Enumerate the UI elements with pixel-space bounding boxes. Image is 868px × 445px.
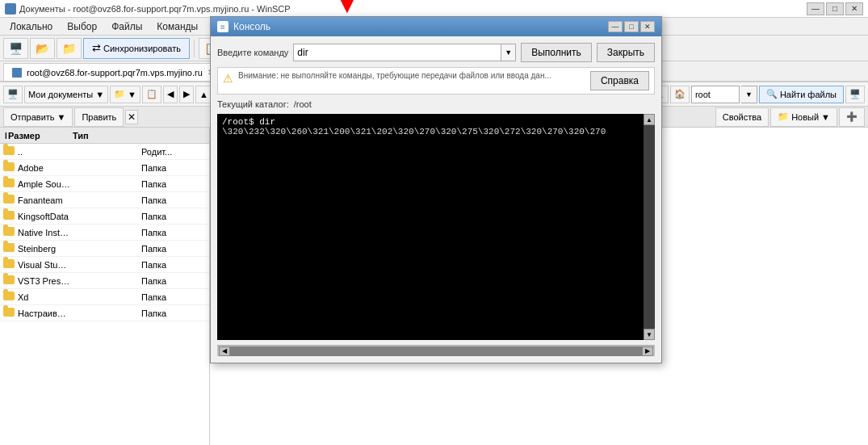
command-input-wrap: ▼ (293, 44, 516, 61)
send-label: Отправить (10, 112, 55, 122)
folder-icon (3, 211, 15, 222)
table-row[interactable]: Visual Studio 2017 Папка (0, 257, 209, 273)
menu-files[interactable]: Файлы (105, 19, 149, 34)
table-row[interactable]: Native Instruments Папка (0, 225, 209, 241)
up-icon: ▲ (199, 90, 208, 99)
minimize-button[interactable]: — (807, 2, 824, 15)
table-row[interactable]: Ample Sound Папка (0, 176, 209, 192)
table-row[interactable]: Adobe Папка (0, 160, 209, 176)
toolbar-icon-btn-2[interactable]: 📂 (30, 38, 55, 59)
local-icon-btn-3[interactable]: 📋 (142, 86, 161, 103)
local-icon-btn-2[interactable]: 📁 ▼ (110, 86, 140, 103)
remote-root-icon[interactable]: 🏠 (670, 86, 690, 103)
dialog-maximize[interactable]: □ (624, 21, 639, 32)
table-row[interactable]: Xd Папка (0, 289, 209, 305)
folder-icon (3, 227, 15, 238)
remote-action-icon-1: ➕ (846, 111, 858, 122)
h-scroll-track (230, 346, 642, 356)
file-type: Папка (141, 276, 206, 286)
local-icon-2: 📁 (114, 89, 125, 99)
file-name: .. (18, 147, 70, 157)
table-row[interactable]: .. Родит... (0, 144, 209, 160)
folder-icon (3, 162, 15, 174)
title-bar: Документы - root@ovz68.for-support.pqr7m… (0, 0, 868, 18)
find-files-btn[interactable]: 🔍 Найти файлы (759, 86, 844, 103)
scroll-up-btn[interactable]: ▲ (644, 114, 655, 125)
remote-home-icon: 🏠 (674, 89, 686, 99)
remote-path-expand[interactable]: ▼ (741, 86, 757, 103)
toolbar-icon-btn-3[interactable]: 📁 (57, 38, 82, 59)
file-name: Native Instruments (18, 228, 70, 237)
file-name: Xd (18, 292, 70, 302)
local-path-arrow: ▼ (95, 90, 104, 99)
local-icon-1: 🖥️ (7, 89, 19, 99)
help-button[interactable]: Справка (590, 71, 649, 90)
console-dialog[interactable]: ▼ ≡ Консоль — □ ✕ Введите команду ▼ Выпо… (210, 16, 662, 363)
cwd-value: /root (294, 99, 312, 109)
col-size[interactable]: Размер (6, 131, 71, 141)
file-type: Папка (141, 212, 206, 221)
new-btn[interactable]: 📁 Новый ▼ (770, 107, 837, 127)
menu-local[interactable]: Локально (3, 19, 59, 34)
terminal-output[interactable]: /root$ dir \320\232\320\260\321\200\321\… (217, 114, 655, 340)
window-title: Документы - root@ovz68.for-support.pqr7m… (19, 4, 807, 14)
maximize-button[interactable]: □ (826, 2, 844, 15)
dialog-controls: — □ ✕ (608, 21, 655, 32)
remote-icon-btn-1[interactable]: 🖥️ (845, 86, 865, 103)
toolbar-separator-1 (194, 40, 195, 57)
cancel-btn[interactable]: ✕ (125, 110, 138, 124)
new-arrow: ▼ (821, 112, 830, 122)
close-dialog-button[interactable]: Закрыть (597, 43, 655, 62)
table-row[interactable]: Настраиваемые шаб... Папка (0, 305, 209, 321)
find-icon: 🔍 (766, 89, 778, 99)
file-name: Настраиваемые шаб... (18, 309, 70, 318)
local-nav-fwd[interactable]: ▶ (179, 86, 194, 103)
folder-icon (3, 146, 15, 157)
table-row[interactable]: VST3 Presets Папка (0, 273, 209, 289)
tab-session-1[interactable]: root@ovz68.for-support.pqr7m.vps.myjino.… (3, 63, 223, 81)
warning-text: Внимание: не выполняйте команды, требующ… (238, 71, 551, 80)
dialog-close[interactable]: ✕ (640, 21, 655, 32)
remote-path-input[interactable]: root (691, 86, 740, 103)
scroll-right-btn[interactable]: ▶ (642, 346, 653, 356)
local-path-label: Мои документы (28, 90, 93, 99)
scroll-track (644, 125, 655, 329)
window-controls: — □ ✕ (807, 2, 863, 15)
local-icon-btn-1[interactable]: 🖥️ (3, 86, 23, 103)
menu-select[interactable]: Выбор (61, 19, 103, 34)
send-btn[interactable]: Отправить ▼ (3, 107, 73, 127)
file-name: Ample Sound (18, 179, 70, 189)
local-file-panel: Имя Размер Тип Права .. Родит... Adobe (0, 128, 210, 445)
edit-btn[interactable]: Править (74, 107, 124, 127)
dialog-minimize[interactable]: — (608, 21, 623, 32)
terminal-scrollbar[interactable]: ▲ ▼ (644, 114, 655, 340)
file-name: Visual Studio 2017 (18, 260, 70, 270)
dialog-title: Консоль (233, 21, 603, 32)
toolbar-icon-btn-1[interactable]: 🖥️ (3, 38, 28, 59)
sync-button[interactable]: ⇄ Синхронизировать (83, 38, 190, 59)
scroll-left-btn[interactable]: ◀ (219, 346, 230, 356)
close-button[interactable]: ✕ (845, 2, 863, 15)
table-row[interactable]: Fananteam Папка (0, 192, 209, 208)
table-row[interactable]: KingsoftData Папка (0, 208, 209, 225)
menu-commands[interactable]: Команды (150, 19, 204, 34)
local-path-dropdown[interactable]: Мои документы ▼ (24, 86, 108, 103)
file-type: Папка (141, 244, 206, 254)
file-type: Папка (141, 292, 206, 302)
remote-action-btn-1[interactable]: ➕ (839, 107, 865, 127)
file-type: Папка (141, 163, 206, 173)
table-row[interactable]: Steinberg Папка (0, 241, 209, 257)
horizontal-scrollbar[interactable]: ◀ ▶ (217, 345, 655, 356)
toolbar-icon-2: 📂 (36, 42, 49, 55)
command-dropdown[interactable]: ▼ (501, 44, 516, 61)
scroll-down-btn[interactable]: ▼ (644, 329, 655, 340)
run-button[interactable]: Выполнить (521, 43, 592, 62)
tab-label-1: root@ovz68.for-support.pqr7m.vps.myjino.… (27, 68, 203, 78)
folder-icon (3, 275, 15, 287)
folder-icon (3, 195, 15, 206)
properties-btn[interactable]: Свойства (715, 107, 769, 127)
command-input[interactable] (293, 44, 501, 61)
col-type[interactable]: Тип (71, 131, 136, 141)
dialog-icon: ≡ (217, 21, 229, 32)
local-nav-back[interactable]: ◀ (163, 86, 178, 103)
